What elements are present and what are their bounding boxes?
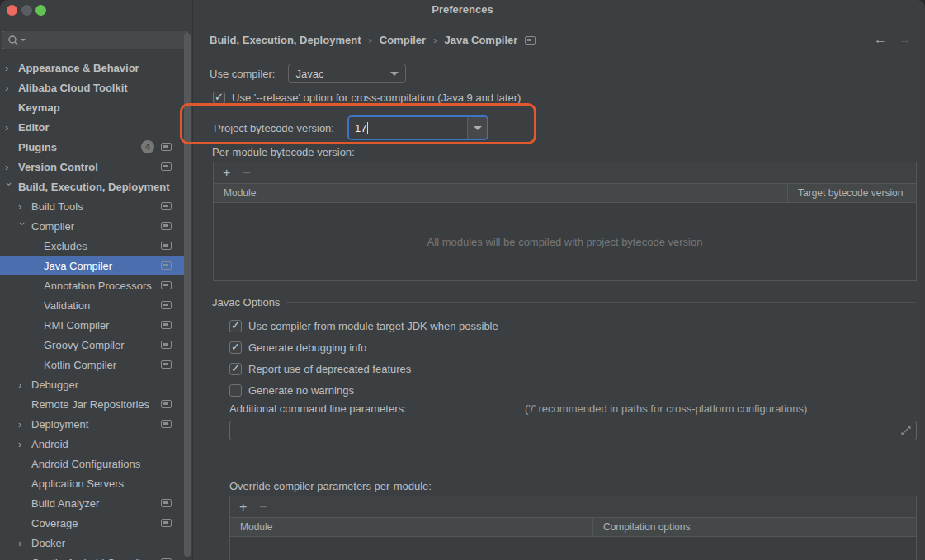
sidebar-item-annotation-processors[interactable]: Annotation Processors [0, 275, 185, 295]
breadcrumb-item[interactable]: Build, Execution, Deployment [210, 34, 361, 46]
expanded-chevron-icon[interactable]: › [17, 222, 29, 235]
sidebar-item-docker[interactable]: ›Docker [0, 533, 185, 553]
column-header-target-bytecode: Target bytecode version [787, 184, 916, 202]
empty-table-message: All modules will be compiled with projec… [427, 235, 703, 247]
sidebar-item-keymap[interactable]: Keymap [0, 97, 185, 117]
sidebar-item-label: Debugger [31, 379, 78, 391]
sidebar-item-label: Build Tools [31, 200, 83, 213]
sidebar-item-groovy-compiler[interactable]: Groovy Compiler [0, 335, 185, 355]
tree-row-trailing [161, 400, 172, 408]
checkbox-unchecked-icon [229, 384, 242, 397]
sidebar-item-rmi-compiler[interactable]: RMI Compiler [0, 315, 185, 335]
sidebar-item-label: Docker [31, 537, 65, 549]
project-bytecode-row: Project bytecode version: [214, 122, 334, 134]
sidebar-item-android[interactable]: ›Android [0, 434, 185, 454]
search-icon [7, 35, 19, 46]
javac-options-section: Javac Options [212, 296, 916, 308]
sidebar-item-compiler[interactable]: ›Compiler [0, 216, 185, 236]
generate-no-warnings-checkbox[interactable]: Generate no warnings [229, 379, 498, 401]
use-compiler-value: Javac [295, 68, 323, 80]
collapsed-chevron-icon[interactable]: › [5, 82, 18, 94]
project-bytecode-field[interactable]: 17 [349, 117, 467, 139]
column-header-module: Module [214, 187, 787, 199]
sidebar-item-version-control[interactable]: ›Version Control [0, 157, 185, 176]
sidebar-item-debugger[interactable]: ›Debugger [0, 374, 185, 394]
breadcrumb-item[interactable]: Compiler [380, 34, 426, 46]
collapsed-chevron-icon[interactable]: › [5, 121, 18, 134]
sidebar-item-label: Editor [18, 121, 50, 134]
use-compiler-label: Use compiler: [210, 68, 275, 80]
project-settings-icon [161, 301, 172, 309]
javac-options-checkboxes: Use compiler from module target JDK when… [229, 315, 498, 401]
sidebar-item-label: Android Configurations [31, 458, 140, 470]
per-module-toolbar: + − [214, 162, 916, 184]
sidebar-item-label: Remote Jar Repositories [31, 398, 149, 411]
plugins-count-badge: 4 [141, 140, 154, 153]
use-compiler-dropdown[interactable]: Javac [288, 64, 406, 83]
titlebar: Preferences [0, 0, 925, 21]
collapsed-chevron-icon[interactable]: › [18, 379, 31, 391]
expanded-chevron-icon[interactable]: › [3, 182, 16, 195]
project-bytecode-dropdown-button[interactable] [467, 117, 487, 139]
sidebar-item-java-compiler[interactable]: Java Compiler [0, 256, 185, 275]
sidebar-item-label: Deployment [31, 418, 88, 431]
scrollbar-thumb[interactable] [184, 33, 191, 557]
sidebar-item-build-analyzer[interactable]: Build Analyzer [0, 493, 185, 513]
sidebar-item-label: Android [31, 438, 68, 450]
additional-params-input[interactable] [229, 421, 917, 440]
sidebar-item-kotlin-compiler[interactable]: Kotlin Compiler [0, 355, 185, 374]
tree-row-trailing [161, 420, 172, 428]
remove-button: − [243, 167, 250, 180]
sidebar-item-validation[interactable]: Validation [0, 295, 185, 315]
release-option-checkbox[interactable]: Use '--release' option for cross-compila… [213, 92, 521, 104]
sidebar-item-plugins[interactable]: Plugins4 [0, 137, 185, 157]
sidebar-item-label: Version Control [18, 161, 98, 173]
use-compiler-from-module-target-jdk-when-possible-checkbox[interactable]: Use compiler from module target JDK when… [229, 315, 498, 336]
column-header-module: Module [230, 521, 592, 533]
per-module-table-body: All modules will be compiled with projec… [214, 203, 916, 280]
dropdown-arrow-icon [474, 126, 482, 130]
sidebar-item-coverage[interactable]: Coverage [0, 513, 185, 533]
tree-row-trailing: 4 [141, 140, 172, 153]
collapsed-chevron-icon[interactable]: › [18, 438, 31, 450]
add-button[interactable]: + [223, 167, 230, 180]
project-bytecode-combobox[interactable]: 17 [347, 115, 488, 140]
sidebar-item-deployment[interactable]: ›Deployment [0, 414, 185, 434]
sidebar-item-editor[interactable]: ›Editor [0, 117, 185, 137]
collapsed-chevron-icon[interactable]: › [18, 418, 31, 431]
collapsed-chevron-icon[interactable]: › [18, 537, 31, 549]
sidebar-scrollbar[interactable] [184, 30, 191, 560]
back-arrow-button[interactable]: ← [874, 32, 887, 47]
tree-row-trailing [161, 242, 172, 250]
preferences-window: Preferences ›Appearance & Behavior›Aliba… [0, 0, 925, 560]
breadcrumb-item[interactable]: Java Compiler [445, 34, 518, 46]
sidebar-item-gradle-android-compiler[interactable]: Gradle-Android Compiler [0, 553, 185, 560]
collapsed-chevron-icon[interactable]: › [5, 161, 18, 173]
project-settings-icon [161, 222, 172, 230]
sidebar-item-appearance-behavior[interactable]: ›Appearance & Behavior [0, 58, 185, 78]
window-title: Preferences [0, 3, 925, 16]
settings-search-input[interactable] [2, 31, 188, 49]
override-toolbar: + − [230, 496, 916, 518]
collapsed-chevron-icon[interactable]: › [18, 200, 31, 213]
tree-row-trailing [161, 499, 172, 507]
collapsed-chevron-icon[interactable]: › [5, 62, 18, 74]
sidebar-item-label: Keymap [18, 101, 60, 114]
sidebar-item-label: Appearance & Behavior [18, 62, 139, 74]
expand-field-icon[interactable] [901, 426, 911, 435]
sidebar-item-alibaba-cloud-toolkit[interactable]: ›Alibaba Cloud Toolkit [0, 78, 185, 97]
sidebar-item-build-tools[interactable]: ›Build Tools [0, 196, 185, 216]
report-use-of-deprecated-features-checkbox[interactable]: Report use of deprecated features [229, 358, 498, 379]
sidebar-item-excludes[interactable]: Excludes [0, 236, 185, 256]
sidebar-item-build-execution-deployment[interactable]: ›Build, Execution, Deployment [0, 176, 185, 196]
generate-debugging-info-checkbox[interactable]: Generate debugging info [229, 336, 498, 358]
project-settings-icon [161, 400, 172, 408]
project-bytecode-label: Project bytecode version: [214, 122, 334, 134]
java-compiler-settings-pane: Build, Execution, Deployment › Compiler … [194, 0, 925, 560]
sidebar-item-remote-jar-repositories[interactable]: Remote Jar Repositories [0, 394, 185, 414]
project-settings-icon [161, 281, 172, 289]
project-settings-icon [161, 499, 172, 507]
sidebar-item-android-configurations[interactable]: Android Configurations [0, 454, 185, 473]
add-button[interactable]: + [239, 501, 247, 514]
sidebar-item-application-servers[interactable]: Application Servers [0, 473, 185, 493]
